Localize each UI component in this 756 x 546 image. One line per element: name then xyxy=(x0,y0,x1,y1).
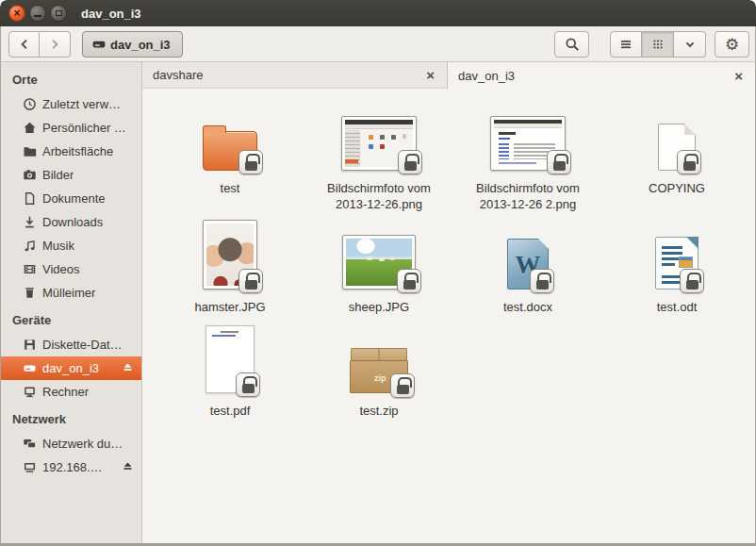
file-item[interactable]: Bildschirmfoto vom 2013-12-26 2.png xyxy=(453,97,602,212)
file-item[interactable]: sheep.JPG xyxy=(304,216,453,316)
sidebar-section-title: Netzwerk xyxy=(1,404,141,432)
search-icon xyxy=(565,37,580,52)
word-document-icon: W xyxy=(507,239,549,290)
back-button[interactable] xyxy=(8,31,40,58)
folder-icon xyxy=(203,131,257,171)
minimize-window-button[interactable] xyxy=(29,5,46,22)
file-item[interactable]: Bildschirmfoto vom 2013-12-26.png xyxy=(304,97,453,212)
file-name: sheep.JPG xyxy=(349,300,409,316)
grid-view-icon xyxy=(651,38,665,51)
file-item[interactable]: test xyxy=(156,97,304,212)
drive-icon xyxy=(23,361,37,375)
sidebar-item-documents[interactable]: Dokumente xyxy=(1,187,141,210)
sidebar-item-label: Musik xyxy=(42,239,74,253)
chevron-down-icon xyxy=(683,38,697,51)
sidebar-item-label: Dokumente xyxy=(42,191,105,206)
sidebar-item-pictures[interactable]: Bilder xyxy=(1,163,141,187)
sidebar-item-desktop[interactable]: Arbeitsfläche xyxy=(1,140,141,163)
tab-bar: davshare × dav_on_i3 × xyxy=(142,62,755,89)
grid-view-button[interactable] xyxy=(642,31,674,58)
gear-icon: ⚙ xyxy=(725,35,739,55)
sidebar-item-label: Diskette-Dat… xyxy=(42,338,123,352)
file-manager-window: × dav_on_i3 dav_on_i3 xyxy=(0,0,756,546)
lock-emblem-icon xyxy=(238,269,263,293)
sidebar-item-home[interactable]: Persönlicher … xyxy=(1,116,141,140)
sidebar-item-floppy[interactable]: Diskette-Dat… xyxy=(1,333,141,356)
camera-icon xyxy=(23,168,37,182)
tab-davshare[interactable]: davshare × xyxy=(142,62,448,89)
file-item[interactable]: test.pdf xyxy=(156,320,304,420)
lock-emblem-icon xyxy=(547,150,571,174)
list-view-button[interactable] xyxy=(610,31,642,58)
sidebar-section-title: Geräte xyxy=(1,305,141,333)
file-grid: testBildschirmfoto vom 2013-12-26.pngBil… xyxy=(142,89,755,543)
main-pane: davshare × dav_on_i3 × testBildschirmfot… xyxy=(142,62,755,543)
file-item[interactable]: hamster.JPG xyxy=(156,216,304,316)
sidebar-item-label: Videos xyxy=(42,262,80,276)
list-view-icon xyxy=(619,38,633,51)
zip-badge: zip xyxy=(374,373,386,383)
file-name: test.zip xyxy=(359,404,398,420)
file-item[interactable]: test.odt xyxy=(602,216,751,316)
file-item[interactable]: Wtest.docx xyxy=(453,216,602,316)
window-controls: × xyxy=(8,5,67,22)
odt-document-icon xyxy=(655,237,698,290)
sidebar-item-label: Bilder xyxy=(42,168,74,182)
file-name: test.pdf xyxy=(210,404,251,420)
search-button[interactable] xyxy=(554,31,589,58)
clock-icon xyxy=(23,97,37,111)
view-options-dropdown-button[interactable] xyxy=(674,31,706,58)
image-thumbnail xyxy=(342,235,416,290)
window-body: OrteZuletzt verw…Persönlicher …Arbeitsfl… xyxy=(0,62,756,546)
pdf-document-icon xyxy=(205,325,255,393)
tab-label: dav_on_i3 xyxy=(458,69,730,83)
file-name: Bildschirmfoto vom 2013-12-26 2.png xyxy=(468,181,587,212)
trash-icon xyxy=(23,286,37,300)
close-icon: × xyxy=(9,6,25,20)
image-thumbnail xyxy=(341,116,417,171)
eject-button[interactable] xyxy=(122,361,135,374)
file-item[interactable]: ziptest.zip xyxy=(304,320,453,420)
file-name: Bildschirmfoto vom 2013-12-26.png xyxy=(320,181,438,212)
computer-icon xyxy=(23,385,37,399)
sidebar-item-label: dav_on_i3 xyxy=(42,361,99,375)
network-icon xyxy=(23,437,37,451)
places-sidebar: OrteZuletzt verw…Persönlicher …Arbeitsfl… xyxy=(1,62,142,543)
sidebar-item-trash[interactable]: Mülleimer xyxy=(1,281,141,305)
sidebar-item-downloads[interactable]: Downloads xyxy=(1,210,141,234)
floppy-icon xyxy=(23,338,37,352)
chevron-right-icon xyxy=(48,38,61,51)
file-item[interactable]: COPYING xyxy=(602,97,751,212)
lock-emblem-icon xyxy=(398,150,422,174)
sidebar-item-network-browse[interactable]: Netzwerk du… xyxy=(1,432,141,455)
forward-button[interactable] xyxy=(40,31,71,58)
sidebar-item-label: Netzwerk du… xyxy=(42,437,123,451)
file-name: COPYING xyxy=(649,181,705,197)
sidebar-item-label: Rechner xyxy=(42,385,89,399)
sidebar-item-music[interactable]: Musik xyxy=(1,234,141,257)
close-tab-icon[interactable]: × xyxy=(421,67,439,83)
file-name: hamster.JPG xyxy=(194,300,265,316)
close-tab-icon[interactable]: × xyxy=(730,68,748,84)
maximize-window-button[interactable] xyxy=(50,5,67,22)
sidebar-item-network-server[interactable]: 192.168.… xyxy=(1,455,141,479)
sidebar-item-computer[interactable]: Rechner xyxy=(1,380,141,404)
settings-button[interactable]: ⚙ xyxy=(715,31,749,58)
sidebar-item-label: Zuletzt verw… xyxy=(42,97,121,111)
sidebar-item-label: Arbeitsfläche xyxy=(42,144,113,158)
title-bar: × dav_on_i3 xyxy=(0,0,756,26)
lock-emblem-icon xyxy=(530,269,554,293)
download-icon xyxy=(23,215,37,229)
lock-emblem-icon xyxy=(677,150,701,174)
sidebar-section-title: Orte xyxy=(1,64,141,92)
file-name: test.docx xyxy=(503,300,552,316)
lock-emblem-icon xyxy=(236,372,260,397)
sidebar-item-dav-on-i3[interactable]: dav_on_i3 xyxy=(1,356,141,380)
tab-dav-on-i3[interactable]: dav_on_i3 × xyxy=(448,62,755,89)
sidebar-item-videos[interactable]: Videos xyxy=(1,257,141,281)
close-window-button[interactable]: × xyxy=(8,5,25,22)
sidebar-item-recent[interactable]: Zuletzt verw… xyxy=(1,92,141,116)
breadcrumb-location-button[interactable]: dav_on_i3 xyxy=(82,31,183,58)
eject-button[interactable] xyxy=(122,460,135,473)
maximize-icon xyxy=(56,10,62,16)
